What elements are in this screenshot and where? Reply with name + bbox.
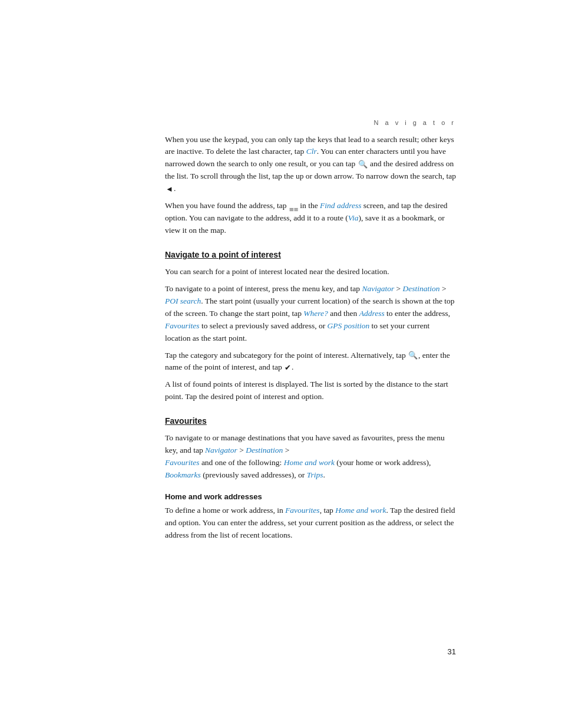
intro-para-1: When you use the keypad, you can only ta…	[165, 134, 456, 196]
poi-text-2d: to enter the address,	[385, 309, 450, 318]
poi-text-2c: and then	[328, 309, 359, 318]
home-work-link-1[interactable]: Home and work	[284, 458, 335, 467]
poi-text-2a: To navigate to a point of interest, pres…	[165, 284, 362, 293]
poi-text-3c: .	[292, 363, 293, 371]
navigate-poi-section: Navigate to a point of interest You can …	[165, 249, 456, 403]
favourites-section: Favourites To navigate to or manage dest…	[165, 415, 456, 542]
poi-text-3a: Tap the category and subcategory for the…	[165, 351, 408, 360]
navigator-link-2[interactable]: Navigator	[205, 446, 237, 454]
home-work-link-2[interactable]: Home and work	[335, 506, 386, 515]
poi-text-1: You can search for a point of interest l…	[165, 267, 389, 276]
content-area: When you use the keypad, you can only ta…	[0, 134, 562, 542]
menu-icon: ≡	[289, 203, 297, 209]
page-footer: 31	[448, 646, 456, 658]
page: N a v i g a t o r When you use the keypa…	[0, 0, 562, 728]
gps-position-link[interactable]: GPS position	[328, 321, 370, 330]
where-link[interactable]: Where?	[303, 309, 328, 318]
header: N a v i g a t o r	[0, 0, 562, 134]
fav-text-1d: (previously saved addresses), or	[201, 470, 307, 479]
favourites-para-1: To navigate to or manage destinations th…	[165, 432, 456, 482]
favourites-link-1[interactable]: Favourites	[165, 321, 200, 330]
via-link[interactable]: Via	[348, 213, 359, 222]
fav-gt-1: >	[237, 446, 246, 454]
search-icon: 🔍	[358, 159, 368, 170]
poi-para-2: To navigate to a point of interest, pres…	[165, 283, 456, 345]
fav-text-1e: .	[323, 470, 325, 479]
clr-link[interactable]: Clr	[306, 147, 317, 156]
poi-text-2e: to select a previously saved address, or	[200, 321, 328, 330]
poi-gt-1: >	[394, 284, 402, 293]
poi-text-4: A list of found points of interest is di…	[165, 380, 448, 401]
bookmarks-link[interactable]: Bookmarks	[165, 470, 201, 479]
poi-para-3: Tap the category and subcategory for the…	[165, 350, 456, 374]
search-icon-2: 🔍	[408, 350, 418, 361]
fav-gt-2: >	[283, 446, 289, 454]
hw-text-2a: To define a home or work address, in	[165, 506, 285, 515]
intro-text-1d: .	[174, 184, 176, 193]
poi-gt-2: >	[440, 284, 447, 293]
home-work-para: To define a home or work address, in Fav…	[165, 505, 456, 542]
hw-text-2b: , tap	[320, 506, 336, 515]
navigate-poi-heading: Navigate to a point of interest	[165, 249, 456, 261]
favourites-link-3[interactable]: Favourites	[285, 506, 320, 515]
destination-link-1[interactable]: Destination	[403, 284, 440, 293]
navigator-link-1[interactable]: Navigator	[362, 284, 394, 293]
intro-text-2b: in the	[298, 201, 320, 210]
destination-link-2[interactable]: Destination	[246, 446, 283, 454]
intro-para-2: When you have found the address, tap ≡ i…	[165, 200, 456, 237]
trips-link[interactable]: Trips	[307, 470, 323, 479]
check-icon: ✔	[285, 362, 291, 374]
page-number: 31	[448, 647, 456, 656]
poi-search-link[interactable]: POI search	[165, 297, 201, 305]
header-title: N a v i g a t o r	[373, 118, 456, 128]
favourites-heading: Favourites	[165, 415, 456, 427]
intro-section: When you use the keypad, you can only ta…	[165, 134, 456, 237]
poi-para-1: You can search for a point of interest l…	[165, 266, 456, 278]
favourites-link-2[interactable]: Favourites	[165, 458, 200, 467]
back-icon: ◄	[166, 183, 173, 195]
find-address-link[interactable]: Find address	[320, 201, 361, 210]
address-link[interactable]: Address	[359, 309, 385, 318]
home-work-heading: Home and work addresses	[165, 491, 456, 503]
intro-text-2a: When you have found the address, tap	[165, 201, 289, 210]
fav-text-1b: and one of the following:	[200, 458, 284, 467]
poi-para-4: A list of found points of interest is di…	[165, 378, 456, 403]
fav-text-1c: (your home or work address),	[335, 458, 431, 467]
